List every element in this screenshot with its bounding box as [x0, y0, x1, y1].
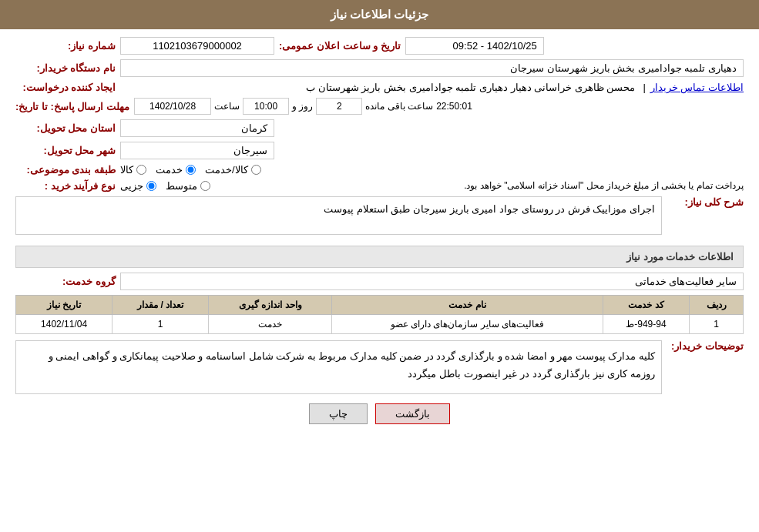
category-khedmat[interactable]: خدمت: [156, 164, 196, 176]
process-motavaset[interactable]: متوسط: [166, 180, 210, 192]
services-title: اطلاعات خدمات مورد نیاز: [15, 246, 744, 268]
category-kala-khedmat[interactable]: کالا/خدمت: [205, 164, 261, 176]
button-row: بازگشت چاپ: [15, 403, 744, 424]
category-label: طبقه بندی موضوعی:: [15, 164, 116, 176]
process-note: پرداخت تمام یا بخشی از مبلغ خریداز محل "…: [223, 180, 744, 191]
description-label: شرح کلی نیاز:: [667, 196, 744, 208]
province-label: استان محل تحویل:: [15, 122, 116, 134]
deadline-days: 2: [316, 98, 362, 115]
print-button[interactable]: چاپ: [309, 403, 368, 424]
services-table: ردیف کد خدمت نام خدمت واحد اندازه گیری ت…: [15, 295, 744, 334]
city-label: شهر محل تحویل:: [15, 145, 116, 156]
process-jozi[interactable]: جزیی: [120, 180, 156, 192]
col-qty: تعداد / مقدار: [113, 296, 209, 315]
deadline-label: مهلت ارسال پاسخ: تا تاریخ:: [15, 101, 129, 112]
back-button[interactable]: بازگشت: [375, 403, 450, 424]
col-date: تاریخ نیاز: [16, 296, 113, 315]
creator-label: ایجاد کننده درخواست:: [15, 82, 116, 93]
page-title: جزئیات اطلاعات نیاز: [0, 0, 759, 29]
remaining-time-value: 22:50:01: [436, 101, 472, 112]
service-group-value: سایر فعالیت‌های خدماتی: [120, 273, 744, 290]
deadline-time: 10:00: [243, 98, 289, 115]
col-name: نام خدمت: [332, 296, 603, 315]
buyer-org-label: نام دستگاه خریدار:: [15, 62, 116, 74]
service-group-label: گروه خدمت:: [15, 276, 116, 287]
day-label: روز و: [292, 101, 313, 112]
need-number-label: شماره نیاز:: [15, 40, 116, 52]
buyer-org-value: دهیاری تلمبه جوادامیری بخش باریز شهرستان…: [120, 59, 744, 77]
buyer-notes: کلیه مدارک پیوست مهر و امضا شده و بارگذا…: [15, 340, 662, 394]
announcement-label: تاریخ و ساعت اعلان عمومی:: [279, 40, 401, 52]
province-value: کرمان: [120, 119, 274, 137]
contact-link[interactable]: اطلاعات تماس خریدار: [650, 82, 744, 93]
remaining-label: ساعت باقی مانده: [365, 101, 433, 112]
city-value: سیرجان: [120, 142, 274, 159]
buyer-notes-label: توضیحات خریدار:: [667, 340, 744, 352]
col-row: ردیف: [690, 296, 744, 315]
category-kala[interactable]: کالا: [120, 164, 146, 176]
time-label: ساعت: [214, 101, 240, 112]
description-value: اجرای موزاییک فرش در روستای جواد امیری ب…: [15, 196, 662, 235]
col-unit: واحد اندازه گیری: [209, 296, 332, 315]
table-row: 1949-94-طفعالیت‌های سایر سازمان‌های دارا…: [16, 315, 744, 334]
announcement-value: 1402/10/25 - 09:52: [405, 37, 544, 55]
process-label: نوع فرآیند خرید :: [15, 180, 116, 192]
deadline-date: 1402/10/28: [134, 98, 211, 115]
col-code: کد خدمت: [603, 296, 690, 315]
need-number-value: 1102103679000002: [120, 37, 274, 55]
creator-value: محسن ظاهری خراسانی دهیار دهیاری تلمبه جو…: [120, 82, 635, 93]
